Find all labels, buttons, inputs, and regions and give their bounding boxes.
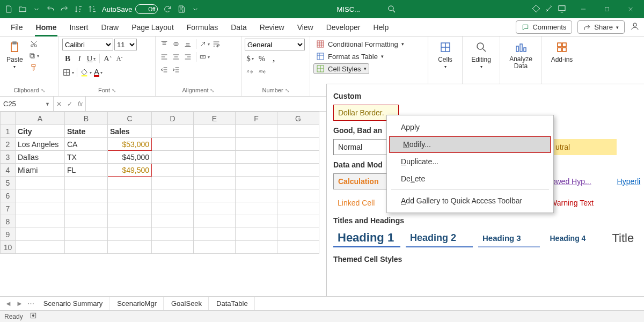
sheet-nav[interactable]: ◄►⋯ xyxy=(3,299,36,308)
align-right-icon[interactable] xyxy=(182,52,193,62)
row-header[interactable]: 10 xyxy=(1,241,16,254)
row-header[interactable]: 5 xyxy=(1,177,16,189)
cell[interactable]: State xyxy=(65,125,108,138)
row-header[interactable]: 4 xyxy=(1,164,16,177)
style-heading-1[interactable]: Heading 1 xyxy=(333,229,400,247)
tab-review[interactable]: Review xyxy=(253,18,291,36)
row-header[interactable]: 2 xyxy=(1,138,16,151)
orientation-icon[interactable] xyxy=(199,39,210,49)
tab-home[interactable]: Home xyxy=(30,18,63,36)
sheet-tab[interactable]: DataTable xyxy=(210,297,255,311)
cell[interactable] xyxy=(236,215,277,228)
cell[interactable] xyxy=(194,202,236,215)
wrap-text-icon[interactable] xyxy=(211,39,222,49)
cell[interactable]: CA xyxy=(65,138,108,151)
comments-button[interactable]: Comments xyxy=(516,20,572,34)
number-format-select[interactable]: General xyxy=(245,39,305,50)
cell[interactable]: TX xyxy=(65,151,108,164)
cell[interactable] xyxy=(16,189,65,202)
row-header[interactable]: 1 xyxy=(1,125,16,138)
align-center-icon[interactable] xyxy=(171,52,181,62)
select-all-corner[interactable] xyxy=(1,112,16,125)
menu-add-to-qat[interactable]: Add Gallery to Quick Access Toolbar xyxy=(388,192,552,209)
style-heading-2[interactable]: Heading 2 xyxy=(406,229,473,247)
menu-duplicate[interactable]: Duplicate... xyxy=(388,153,552,170)
save-icon[interactable] xyxy=(175,3,188,16)
cell[interactable]: $45,000 xyxy=(108,151,152,164)
cell[interactable] xyxy=(277,138,319,151)
cell[interactable] xyxy=(236,202,277,215)
accept-formula-icon[interactable]: ✓ xyxy=(67,100,72,108)
cell[interactable] xyxy=(194,164,236,177)
paste-button[interactable]: Paste ▾ xyxy=(3,39,26,70)
font-name-select[interactable]: Calibri xyxy=(62,39,113,50)
align-left-icon[interactable] xyxy=(159,52,170,62)
cell[interactable] xyxy=(236,151,277,164)
comma-format-button[interactable]: , xyxy=(268,53,279,64)
cell[interactable] xyxy=(236,228,277,241)
cell[interactable] xyxy=(277,189,319,202)
cell[interactable] xyxy=(108,189,152,202)
cell[interactable] xyxy=(194,228,236,241)
cell[interactable] xyxy=(16,202,65,215)
redo-icon[interactable] xyxy=(58,3,71,16)
col-header-B[interactable]: B xyxy=(65,112,108,125)
wand-icon[interactable] xyxy=(544,4,554,15)
cell[interactable] xyxy=(152,202,194,215)
italic-button[interactable]: I xyxy=(74,53,85,64)
tab-view[interactable]: View xyxy=(291,18,320,36)
align-top-icon[interactable] xyxy=(159,39,170,49)
underline-button[interactable]: U xyxy=(86,53,97,64)
present-icon[interactable] xyxy=(557,4,567,15)
analyze-data-button[interactable]: Analyze Data xyxy=(503,39,538,71)
cells-button[interactable]: Cells▾ xyxy=(431,39,459,70)
sheet-tab[interactable]: Scenario Summary xyxy=(37,297,110,311)
row-header[interactable]: 6 xyxy=(1,189,16,202)
font-color-button[interactable]: A xyxy=(93,67,104,78)
cell[interactable] xyxy=(65,241,108,254)
cell[interactable] xyxy=(194,241,236,254)
row-header[interactable]: 3 xyxy=(1,151,16,164)
tab-help[interactable]: Help xyxy=(367,18,396,36)
close-button[interactable] xyxy=(619,0,642,18)
accounting-format-button[interactable]: $ xyxy=(245,53,255,64)
cell[interactable] xyxy=(194,177,236,189)
cell[interactable] xyxy=(236,177,277,189)
row-header[interactable]: 8 xyxy=(1,215,16,228)
cell[interactable] xyxy=(108,177,152,189)
decrease-indent-icon[interactable] xyxy=(159,64,170,75)
refresh-icon[interactable] xyxy=(161,3,174,16)
cell[interactable] xyxy=(194,215,236,228)
cell[interactable] xyxy=(236,138,277,151)
align-bottom-icon[interactable] xyxy=(182,39,193,49)
cell[interactable] xyxy=(152,189,194,202)
increase-indent-icon[interactable] xyxy=(171,64,181,75)
cell[interactable] xyxy=(152,151,194,164)
clipboard-launcher-icon[interactable]: ⤡ xyxy=(41,87,45,93)
tab-formulas[interactable]: Formulas xyxy=(180,18,224,36)
cell[interactable] xyxy=(277,228,319,241)
cell[interactable] xyxy=(194,189,236,202)
font-launcher-icon[interactable]: ⤡ xyxy=(112,87,116,93)
maximize-button[interactable] xyxy=(596,0,618,18)
fill-color-button[interactable] xyxy=(80,67,92,78)
cell[interactable] xyxy=(236,189,277,202)
borders-button[interactable] xyxy=(62,67,74,78)
user-icon[interactable] xyxy=(630,21,640,33)
autosave-toggle[interactable]: AutoSave Off xyxy=(102,4,158,14)
cell[interactable] xyxy=(277,202,319,215)
tab-file[interactable]: File xyxy=(4,18,30,36)
shrink-font-button[interactable]: A˅ xyxy=(114,53,125,64)
bold-button[interactable]: B xyxy=(62,53,73,64)
cell[interactable]: Dallas xyxy=(16,151,65,164)
cell[interactable] xyxy=(108,228,152,241)
undo-icon[interactable] xyxy=(44,3,57,16)
cell[interactable] xyxy=(108,202,152,215)
cell-styles-button[interactable]: Cell Styles ▾ xyxy=(313,63,369,74)
open-file-icon[interactable] xyxy=(16,3,29,16)
cell[interactable] xyxy=(277,241,319,254)
cells-table[interactable]: A B C D E F G 1 City State Sales 2 Los A… xyxy=(0,112,319,254)
col-header-C[interactable]: C xyxy=(108,112,152,125)
cell[interactable] xyxy=(194,138,236,151)
style-title[interactable]: Title xyxy=(608,229,644,247)
